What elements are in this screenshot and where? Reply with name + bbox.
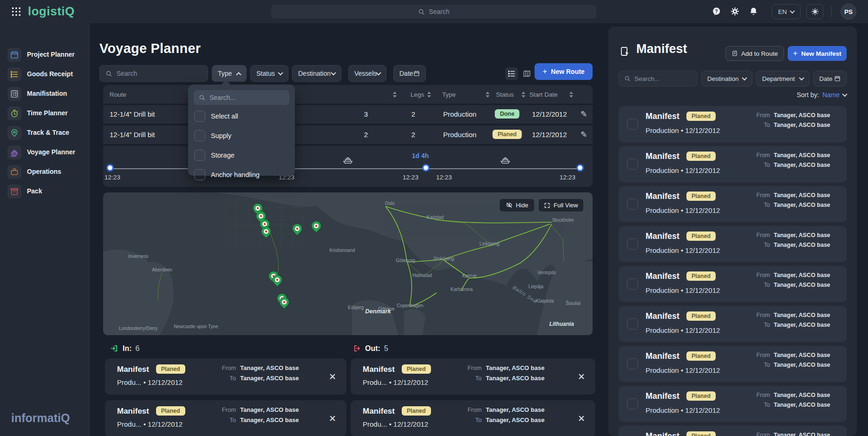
checkbox[interactable] <box>627 238 638 250</box>
close-icon[interactable]: ✕ <box>578 371 585 382</box>
sidebar-item-voyage-planner[interactable]: Voyage Planner <box>0 143 90 162</box>
filter-destination[interactable]: Destination <box>292 65 341 82</box>
checkbox[interactable] <box>627 198 638 210</box>
checkbox[interactable] <box>194 150 205 161</box>
checkbox[interactable] <box>194 111 205 122</box>
sidebar-item-manifistation[interactable]: Manifistation <box>0 84 90 104</box>
view-toggle <box>505 67 533 80</box>
global-search-input[interactable]: Search <box>271 5 596 19</box>
sidebar-item-pack[interactable]: Pack <box>0 182 90 201</box>
sidebar-item-project-planner[interactable]: Project Planner <box>0 45 90 65</box>
checkbox[interactable] <box>627 119 638 130</box>
filter-type[interactable]: Type <box>212 65 247 82</box>
table-row[interactable]: 12-1/4” Drill bit 2 2 Production Planed … <box>103 126 593 144</box>
vessel-icon <box>342 154 354 166</box>
dropdown-option[interactable]: Supply <box>188 127 295 144</box>
checkbox[interactable] <box>627 159 638 170</box>
checkbox[interactable] <box>194 130 205 141</box>
manifest-list-item[interactable]: Manifest Planed Production • 12/12/2012 … <box>619 266 847 302</box>
filter-vessels[interactable]: Vessels <box>348 65 386 82</box>
gear-icon[interactable] <box>730 7 740 17</box>
plus-icon: + <box>793 49 797 58</box>
chevron-down-icon <box>842 92 847 97</box>
filter-status[interactable]: Status <box>250 65 288 82</box>
column-start-date[interactable]: Start Date <box>529 85 573 104</box>
fullscreen-icon <box>544 202 550 209</box>
search-icon <box>624 75 631 82</box>
manifest-title: Manifest <box>646 112 679 121</box>
manifest-list-item[interactable]: Manifest Planed Production • 12/12/2012 … <box>619 226 847 262</box>
new-manifest-button[interactable]: + New Manifest <box>788 46 847 61</box>
sidebar-item-time-planner[interactable]: Time Planner <box>0 104 90 123</box>
manifest-filter-date[interactable]: Date <box>813 71 847 86</box>
checkbox[interactable] <box>627 278 638 290</box>
column-legs[interactable]: Legs <box>411 85 431 104</box>
svg-text:Halmstad: Halmstad <box>412 273 432 278</box>
manifest-list-item[interactable]: Manifest Planed Production • 12/12/2012 … <box>619 146 847 182</box>
type-dropdown-search-input[interactable]: Search... <box>194 90 289 105</box>
new-route-button[interactable]: + New Route <box>535 63 593 80</box>
svg-text:Jönköping: Jönköping <box>433 256 454 261</box>
table-row[interactable]: 12-1/4” Drill bit 3 2 Production Done 12… <box>103 105 593 124</box>
close-icon[interactable]: ✕ <box>329 371 336 382</box>
manifest-card[interactable]: Manifest Planed Produ... • 12/12/2012 Fr… <box>105 400 346 436</box>
manifest-card[interactable]: Manifest Planed Produ... • 12/12/2012 Fr… <box>351 358 595 395</box>
voyage-timeline: 1d 4h 12:23 12:23 12:23 12:23 12:23 <box>103 146 593 187</box>
edit-icon[interactable]: ✎ <box>581 126 587 144</box>
map[interactable]: Oslo Uppsala Stockholm Karlstad Kristian… <box>103 192 593 335</box>
column-type[interactable]: Type <box>442 85 489 104</box>
theme-toggle-button[interactable] <box>806 4 823 19</box>
manifest-filter-destination[interactable]: Destination <box>701 71 752 86</box>
app-grid-icon[interactable] <box>11 7 21 17</box>
route-search-input[interactable]: Search <box>99 65 208 82</box>
close-icon[interactable]: ✕ <box>329 413 336 424</box>
calendar-icon <box>834 75 841 82</box>
manifest-card[interactable]: Manifest Planed Produ... • 12/12/2012 Fr… <box>351 400 595 436</box>
sidebar-item-operations[interactable]: Operations <box>0 162 90 182</box>
column-route[interactable]: Route <box>110 85 126 104</box>
manifest-filter-department[interactable]: Department <box>756 71 809 86</box>
column-sort[interactable] <box>393 85 397 104</box>
hide-button[interactable]: Hide <box>500 199 534 211</box>
checkbox[interactable] <box>194 169 205 180</box>
timeline-stop-1[interactable] <box>106 164 114 172</box>
manifest-list-item[interactable]: Manifest Planed Production • 12/12/2012 … <box>619 426 847 436</box>
column-status[interactable]: Status <box>496 85 525 104</box>
manifest-card-subtitle: Produ... • 12/12/2012 <box>363 420 428 428</box>
svg-text:?: ? <box>715 9 718 14</box>
manifest-list-item[interactable]: Manifest Planed Production • 12/12/2012 … <box>619 346 847 382</box>
checkbox[interactable] <box>627 398 638 410</box>
sort-selector[interactable]: Sort by: Name <box>796 91 847 99</box>
checkbox[interactable] <box>627 358 638 370</box>
manifest-list-item[interactable]: Manifest Planed Production • 12/12/2012 … <box>619 386 847 422</box>
sidebar-item-track-trace[interactable]: Track & Trace <box>0 123 90 143</box>
manifest-card[interactable]: Manifest Planed Produ... • 12/12/2012 Fr… <box>105 358 346 395</box>
language-selector[interactable]: EN <box>772 4 801 19</box>
app-logo: logistiQ <box>28 4 75 19</box>
filter-date[interactable]: Date <box>393 65 426 82</box>
close-icon[interactable]: ✕ <box>578 413 585 424</box>
full-view-button[interactable]: Full View <box>539 199 583 211</box>
chevron-down-icon <box>331 70 336 75</box>
timeline-stop-3[interactable] <box>422 164 430 172</box>
checkbox[interactable] <box>627 318 638 330</box>
help-icon[interactable]: ? <box>711 7 722 17</box>
dropdown-option[interactable]: Anchor handling <box>188 166 295 183</box>
list-view-icon[interactable] <box>505 67 518 80</box>
manifest-search-input[interactable]: Search... <box>619 71 698 86</box>
manifest-list-item[interactable]: Manifest Planed Production • 12/12/2012 … <box>619 306 847 342</box>
dropdown-option[interactable]: Select all <box>188 108 295 125</box>
edit-icon[interactable]: ✎ <box>581 105 587 124</box>
dropdown-option[interactable]: Storage <box>188 147 295 164</box>
timeline-stop-4[interactable] <box>576 164 584 172</box>
status-badge: Planed <box>686 231 716 241</box>
add-to-route-button[interactable]: Add to Route <box>725 46 784 61</box>
avatar[interactable]: PS <box>841 4 856 20</box>
map-view-icon[interactable] <box>521 67 533 80</box>
svg-text:Kristiansand: Kristiansand <box>329 248 355 253</box>
manifest-list-item[interactable]: Manifest Planed Production • 12/12/2012 … <box>619 106 847 142</box>
manifest-list-item[interactable]: Manifest Planed Production • 12/12/2012 … <box>619 186 847 222</box>
manifest-card-title: Manifest <box>363 407 395 416</box>
sidebar-item-goods-receipt[interactable]: Goods Receipt <box>0 65 90 84</box>
bell-icon[interactable] <box>749 7 759 17</box>
